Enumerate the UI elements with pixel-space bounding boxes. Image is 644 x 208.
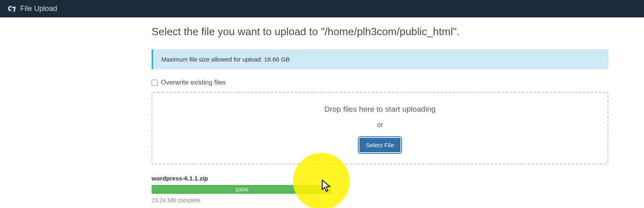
upload-progress-item: wordpress-6.1.1.zip 100% 23.24 MB comple…	[152, 175, 332, 204]
upload-complete-text: 23.24 MB complete	[152, 197, 332, 204]
app-header: File Upload	[0, 0, 644, 17]
overwrite-label[interactable]: Overwrite existing files	[161, 79, 226, 86]
progress-percent-text: 100%	[235, 187, 248, 193]
overwrite-checkbox[interactable]	[152, 80, 158, 86]
app-title: File Upload	[20, 4, 57, 13]
dropzone-text: Drop files here to start uploading	[160, 105, 599, 114]
page-heading: Select the file you want to upload to "/…	[152, 25, 608, 38]
file-dropzone[interactable]: Drop files here to start uploading or Se…	[152, 92, 608, 164]
overwrite-checkbox-row: Overwrite existing files	[152, 79, 608, 86]
upload-filename: wordpress-6.1.1.zip	[152, 175, 332, 182]
cpanel-logo-icon	[7, 4, 16, 13]
main-content: Select the file you want to upload to "/…	[0, 17, 644, 204]
info-message-box: Maximum file size allowed for upload: 18…	[152, 49, 608, 69]
dropzone-or-text: or	[160, 121, 599, 129]
select-file-button[interactable]: Select File	[359, 138, 400, 152]
upload-progress-bar: 100%	[152, 185, 332, 194]
